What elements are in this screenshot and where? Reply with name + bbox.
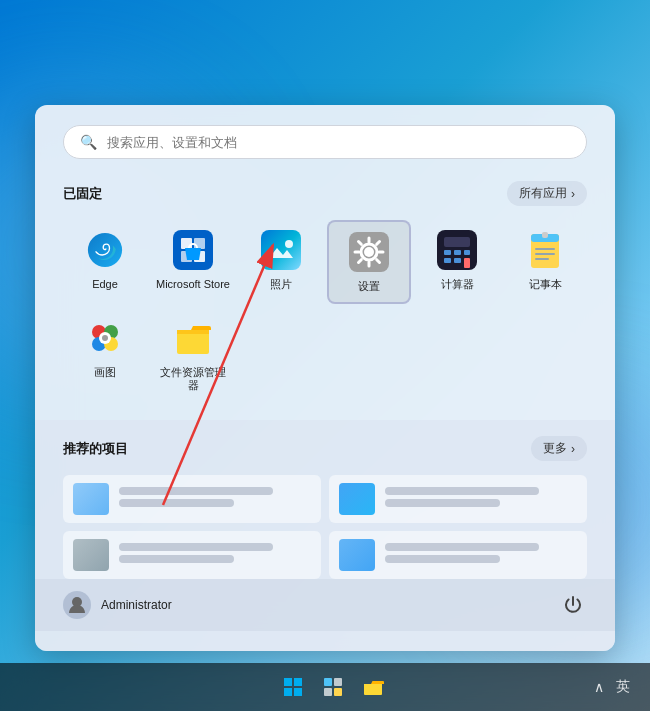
user-section[interactable]: Administrator	[63, 591, 172, 619]
settings-label: 设置	[358, 280, 380, 293]
svg-rect-17	[444, 258, 451, 263]
edge-label: Edge	[92, 278, 118, 291]
start-footer: Administrator	[35, 579, 615, 631]
rec-item-3[interactable]	[63, 531, 321, 579]
rec-text-2	[385, 487, 577, 511]
taskbar-widgets-button[interactable]	[317, 671, 349, 703]
taskbar-right: ∧ 英	[590, 676, 634, 698]
explorer-app-icon	[171, 316, 215, 360]
settings-app-icon	[347, 230, 391, 274]
recommended-title: 推荐的项目	[63, 440, 128, 458]
taskbar-tray: ∧ 英	[590, 676, 634, 698]
calculator-label: 计算器	[441, 278, 474, 291]
svg-rect-13	[444, 237, 470, 247]
svg-point-7	[285, 240, 293, 248]
rec-line-1b	[119, 499, 234, 507]
rec-item-4[interactable]	[329, 531, 587, 579]
user-avatar	[63, 591, 91, 619]
rec-line-2b	[385, 499, 500, 507]
paint-app-icon	[83, 316, 127, 360]
store-app-icon	[171, 228, 215, 272]
rec-text-1	[119, 487, 311, 511]
svg-rect-38	[284, 688, 292, 696]
recommended-grid	[63, 475, 587, 579]
app-edge[interactable]: Edge	[63, 220, 147, 303]
lang-indicator: 英	[612, 676, 634, 698]
svg-rect-42	[324, 688, 332, 696]
svg-rect-40	[324, 678, 332, 686]
app-paint[interactable]: 画图	[63, 308, 147, 400]
svg-point-31	[102, 335, 108, 341]
svg-rect-18	[454, 258, 461, 263]
rec-line-3b	[119, 555, 234, 563]
photos-label: 照片	[270, 278, 292, 291]
svg-rect-16	[464, 250, 470, 255]
app-file-explorer[interactable]: 文件资源管理器	[151, 308, 235, 400]
svg-rect-43	[334, 688, 342, 696]
power-button[interactable]	[559, 591, 587, 619]
pinned-title: 已固定	[63, 185, 102, 203]
recommended-section: 推荐的项目 更多 ›	[35, 420, 615, 651]
rec-thumb-4	[339, 539, 375, 571]
taskbar: ∧ 英	[0, 663, 650, 711]
svg-rect-32	[177, 330, 209, 334]
calculator-app-icon	[435, 228, 479, 272]
rec-line-1a	[119, 487, 273, 495]
more-button[interactable]: 更多 ›	[531, 436, 587, 461]
svg-rect-3	[194, 238, 205, 249]
svg-rect-6	[261, 230, 301, 270]
svg-rect-36	[284, 678, 292, 686]
taskbar-center	[277, 671, 389, 703]
pinned-section-header: 已固定 所有应用 ›	[63, 181, 587, 206]
edge-app-icon	[83, 228, 127, 272]
show-hidden-tray-icon[interactable]: ∧	[590, 677, 608, 697]
search-input[interactable]	[107, 135, 570, 150]
explorer-label: 文件资源管理器	[155, 366, 231, 392]
svg-rect-24	[535, 258, 549, 260]
svg-point-11	[366, 249, 372, 255]
search-icon: 🔍	[80, 134, 97, 150]
rec-line-2a	[385, 487, 539, 495]
rec-text-3	[119, 543, 311, 567]
rec-thumb-2	[339, 483, 375, 515]
svg-rect-23	[535, 253, 555, 255]
svg-rect-37	[294, 678, 302, 686]
pinned-grid: Edge Microsoft Store	[63, 220, 587, 400]
store-label: Microsoft Store	[156, 278, 230, 291]
taskbar-explorer-button[interactable]	[357, 671, 389, 703]
app-notepad[interactable]: 记事本	[503, 220, 587, 303]
svg-rect-41	[334, 678, 342, 686]
rec-thumb-3	[73, 539, 109, 571]
app-photos[interactable]: 照片	[239, 220, 323, 303]
svg-rect-19	[464, 258, 470, 268]
rec-line-3a	[119, 543, 273, 551]
start-menu: 🔍 已固定 所有应用 ›	[35, 105, 615, 651]
photos-app-icon	[259, 228, 303, 272]
paint-label: 画图	[94, 366, 116, 379]
svg-rect-22	[535, 248, 555, 250]
svg-rect-25	[542, 232, 548, 238]
app-settings[interactable]: 设置	[327, 220, 411, 303]
notepad-app-icon	[523, 228, 567, 272]
rec-item-2[interactable]	[329, 475, 587, 523]
svg-rect-15	[454, 250, 461, 255]
search-bar[interactable]: 🔍	[63, 125, 587, 159]
rec-line-4b	[385, 555, 500, 563]
user-name: Administrator	[101, 598, 172, 612]
rec-text-4	[385, 543, 577, 567]
all-apps-button[interactable]: 所有应用 ›	[507, 181, 587, 206]
svg-rect-39	[294, 688, 302, 696]
taskbar-start-button[interactable]	[277, 671, 309, 703]
app-calculator[interactable]: 计算器	[415, 220, 499, 303]
recommended-header: 推荐的项目 更多 ›	[63, 436, 587, 461]
notepad-label: 记事本	[529, 278, 562, 291]
svg-rect-2	[181, 238, 192, 249]
rec-line-4a	[385, 543, 539, 551]
svg-rect-14	[444, 250, 451, 255]
rec-thumb-1	[73, 483, 109, 515]
rec-item-1[interactable]	[63, 475, 321, 523]
app-microsoft-store[interactable]: Microsoft Store	[151, 220, 235, 303]
